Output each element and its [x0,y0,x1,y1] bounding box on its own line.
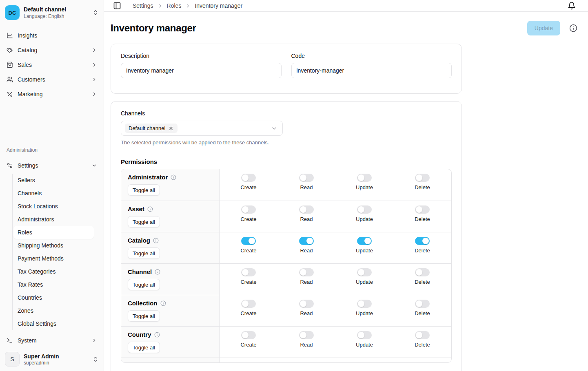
toggle-update[interactable] [357,331,372,339]
role-detail-card: Description Code [111,44,462,94]
channel-chip: Default channel [125,124,178,133]
toggle-read[interactable] [299,205,314,214]
sidebar-item-stock-locations[interactable]: Stock Locations [13,200,94,213]
sidebar-item-tax-rates[interactable]: Tax Rates [13,278,94,291]
info-icon[interactable] [147,206,153,212]
toggle-all-button[interactable]: Toggle all [128,310,160,322]
permission-row-country: Country Toggle all Create Read [121,326,451,358]
workspace-name: Default channel [24,6,88,13]
permission-name: Catalog [128,237,150,244]
sidebar-item-zones[interactable]: Zones [13,304,94,317]
toggle-update[interactable] [357,300,372,308]
toggle-delete[interactable] [415,300,430,308]
toggle-delete[interactable] [415,174,430,182]
info-icon[interactable] [160,300,166,306]
sidebar-toggle-button[interactable] [111,0,123,11]
user-menu[interactable]: S Super Admin superadmin [0,348,104,371]
info-icon[interactable] [171,174,176,180]
sidebar-item-insights[interactable]: Insights [3,28,100,43]
code-label: Code [291,53,452,59]
permission-row-header: Catalog Toggle all [121,232,220,263]
toggle-delete[interactable] [415,237,430,245]
sidebar-item-sales[interactable]: Sales [3,57,100,72]
sidebar-item-settings[interactable]: Settings [3,158,100,173]
toggle-read[interactable] [299,237,314,245]
toggle-update[interactable] [357,237,372,245]
toggle-all-button[interactable]: Toggle all [128,184,160,196]
sidebar-item-catalog[interactable]: Catalog [3,43,100,57]
permission-row-header: Collection Toggle all [121,295,220,326]
remove-chip-icon[interactable] [168,126,174,131]
sidebar-item-sellers[interactable]: Sellers [13,174,94,187]
toggle-delete[interactable] [415,331,430,339]
sidebar-item-tax-categories[interactable]: Tax Categories [13,265,94,278]
toggle-all-button[interactable]: Toggle all [128,247,160,259]
subnav-label: Countries [18,294,42,301]
channel-chip-label: Default channel [129,125,165,131]
permission-cell: Create [220,264,277,295]
info-icon[interactable] [155,269,160,275]
channels-select[interactable]: Default channel [121,121,283,136]
permission-row-partial [121,358,451,362]
chevron-right-icon [158,3,163,9]
breadcrumb-settings[interactable]: Settings [133,2,153,9]
sidebar-item-global-settings[interactable]: Global Settings [13,317,94,330]
permission-cell: Delete [393,264,451,295]
permission-cell: Update [335,264,393,295]
toggle-update[interactable] [357,268,372,276]
sidebar-item-shipping-methods[interactable]: Shipping Methods [13,239,94,252]
sidebar-item-customers[interactable]: Customers [3,72,100,87]
toggle-label: Update [356,184,373,190]
subnav-label: Tax Categories [18,268,55,275]
sidebar-item-label: Insights [18,32,37,39]
info-icon[interactable] [153,238,159,243]
toggle-label: Create [240,184,256,190]
toggle-create[interactable] [241,331,256,339]
toggle-delete[interactable] [415,205,430,214]
toggle-create[interactable] [241,237,256,245]
sidebar-item-countries[interactable]: Countries [13,291,94,304]
permission-name: Collection [128,300,158,307]
permission-cell: Update [335,232,393,263]
sidebar-item-system[interactable]: System [3,333,100,348]
toggle-read[interactable] [299,268,314,276]
toggle-label: Update [356,310,373,316]
toggle-all-button[interactable]: Toggle all [128,279,160,290]
permission-cell: Create [220,169,277,201]
toggle-all-button[interactable]: Toggle all [128,342,160,353]
toggle-create[interactable] [241,268,256,276]
info-icon[interactable] [154,332,160,338]
permission-cell: Delete [393,232,451,263]
update-button[interactable]: Update [527,21,560,35]
sidebar-item-marketing[interactable]: Marketing [3,87,100,102]
user-name: Super Admin [24,353,88,360]
toggle-read[interactable] [299,174,314,182]
toggle-update[interactable] [357,174,372,182]
permission-row-asset: Asset Toggle all Create Read [121,201,451,232]
notifications-button[interactable] [566,0,577,11]
description-input[interactable] [121,63,282,78]
toggle-label: Update [356,216,373,222]
breadcrumb-roles[interactable]: Roles [167,2,182,9]
toggle-all-button[interactable]: Toggle all [128,216,160,227]
code-input[interactable] [291,63,452,78]
permission-cell: Create [220,327,277,358]
info-icon[interactable] [569,24,577,32]
toggle-create[interactable] [241,300,256,308]
sidebar-item-payment-methods[interactable]: Payment Methods [13,252,94,265]
toggle-update[interactable] [357,205,372,214]
sidebar-item-administrators[interactable]: Administrators [13,213,94,226]
workspace-switcher[interactable]: DC Default channel Language: English [0,0,104,25]
toggle-delete[interactable] [415,268,430,276]
sidebar-item-roles[interactable]: Roles [13,226,94,239]
topbar: Settings Roles Inventory manager [104,0,588,12]
sidebar-item-channels[interactable]: Channels [13,187,94,200]
sidebar-item-label: Marketing [18,91,42,97]
channels-helper-text: The selected permissions will be applied… [121,139,452,146]
toggle-read[interactable] [299,331,314,339]
page-header: Inventory manager Update [104,12,588,44]
toggle-create[interactable] [241,174,256,182]
toggle-create[interactable] [241,205,256,214]
toggle-read[interactable] [299,300,314,308]
bell-icon [568,2,576,10]
